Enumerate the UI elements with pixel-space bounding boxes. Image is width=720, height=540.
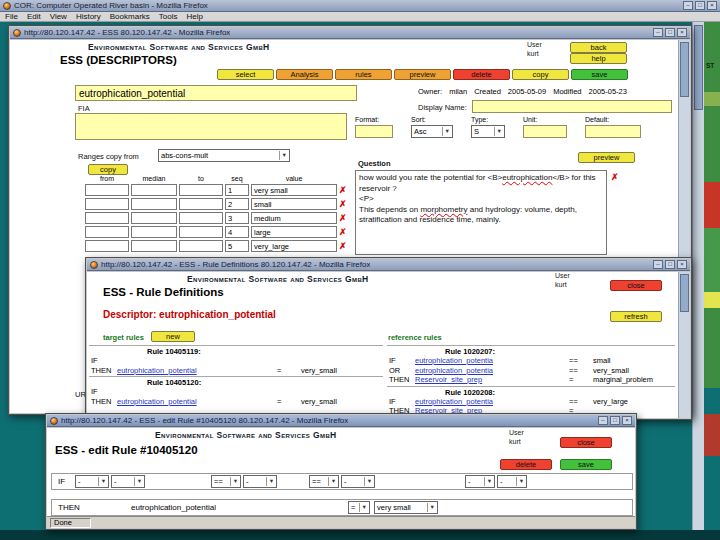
delete-row-icon[interactable]: ✗ bbox=[339, 200, 351, 209]
help-button[interactable]: help bbox=[570, 53, 627, 64]
from-input[interactable] bbox=[85, 212, 129, 224]
maximize-icon[interactable]: □ bbox=[665, 260, 675, 269]
cor-scrollbar[interactable] bbox=[692, 22, 704, 530]
close-icon[interactable]: × bbox=[677, 260, 687, 269]
copy-button[interactable]: copy bbox=[512, 69, 569, 80]
condition-select[interactable]: -▼ bbox=[465, 475, 495, 488]
default-input[interactable] bbox=[585, 125, 641, 138]
rule-definitions-scrollbar-thumb[interactable] bbox=[680, 274, 689, 312]
seq-input[interactable] bbox=[225, 184, 249, 196]
menu-history[interactable]: History bbox=[76, 12, 101, 21]
operator-select[interactable]: ==▼ bbox=[211, 475, 241, 488]
descriptor-name-input[interactable] bbox=[75, 85, 357, 101]
delete-rule-button[interactable]: delete bbox=[500, 459, 552, 470]
sort-select[interactable]: Asc ▼ bbox=[411, 125, 453, 138]
menu-view[interactable]: View bbox=[50, 12, 67, 21]
rule-definitions-titlebar[interactable]: http://80.120.147.42 - ESS - Rule Defini… bbox=[87, 259, 690, 271]
menu-help[interactable]: Help bbox=[186, 12, 202, 21]
maximize-icon[interactable]: □ bbox=[610, 416, 620, 425]
from-input[interactable] bbox=[85, 226, 129, 238]
condition-select[interactable]: -▼ bbox=[243, 475, 277, 488]
menu-edit[interactable]: Edit bbox=[27, 12, 41, 21]
question-preview-button[interactable]: preview bbox=[578, 152, 635, 163]
delete-row-icon[interactable]: ✗ bbox=[339, 242, 351, 251]
median-input[interactable] bbox=[131, 212, 177, 224]
value-input[interactable] bbox=[251, 240, 337, 252]
to-input[interactable] bbox=[179, 226, 223, 238]
rule-link[interactable]: Reservoir_site_prep bbox=[415, 375, 569, 385]
seq-input[interactable] bbox=[225, 212, 249, 224]
seq-input[interactable] bbox=[225, 226, 249, 238]
value-input[interactable] bbox=[251, 212, 337, 224]
seq-input[interactable] bbox=[225, 198, 249, 210]
save-rule-button[interactable]: save bbox=[560, 459, 612, 470]
maximize-icon[interactable]: □ bbox=[665, 28, 675, 37]
delete-question-icon[interactable]: ✗ bbox=[611, 173, 619, 182]
descriptors-scrollbar-thumb[interactable] bbox=[680, 42, 689, 97]
rule-link[interactable]: eutrophication_potentia bbox=[415, 356, 569, 366]
minimize-icon[interactable]: – bbox=[653, 28, 663, 37]
cor-scrollbar-thumb[interactable] bbox=[694, 25, 703, 110]
fia-textarea[interactable] bbox=[75, 113, 347, 140]
rule-link[interactable]: eutrophication_potential bbox=[117, 366, 277, 376]
minimize-icon[interactable]: – bbox=[653, 260, 663, 269]
value-input[interactable] bbox=[251, 226, 337, 238]
edit-rule-titlebar[interactable]: http://80.120.147.42 - ESS - edit Rule #… bbox=[47, 415, 635, 427]
refresh-button[interactable]: refresh bbox=[610, 311, 662, 322]
menu-file[interactable]: File bbox=[5, 12, 18, 21]
ranges-select[interactable]: abs-cons-mult ▼ bbox=[158, 149, 290, 162]
to-input[interactable] bbox=[179, 212, 223, 224]
rule-link[interactable]: eutrophication_potentia bbox=[415, 366, 569, 376]
to-input[interactable] bbox=[179, 198, 223, 210]
minimize-icon[interactable]: – bbox=[683, 1, 693, 10]
back-button[interactable]: back bbox=[570, 42, 627, 53]
rule-link[interactable]: eutrophication_potentia bbox=[415, 397, 569, 407]
seq-input[interactable] bbox=[225, 240, 249, 252]
format-input[interactable] bbox=[355, 125, 393, 138]
close-button[interactable]: close bbox=[560, 437, 612, 448]
condition-select[interactable]: -▼ bbox=[111, 475, 145, 488]
median-input[interactable] bbox=[131, 240, 177, 252]
question-textarea[interactable]: how would you rate the potential for <B>… bbox=[355, 170, 607, 255]
median-input[interactable] bbox=[131, 184, 177, 196]
delete-button[interactable]: delete bbox=[453, 69, 510, 80]
to-input[interactable] bbox=[179, 184, 223, 196]
close-icon[interactable]: × bbox=[677, 28, 687, 37]
delete-row-icon[interactable]: ✗ bbox=[339, 214, 351, 223]
rule-link[interactable]: eutrophication_potential bbox=[117, 397, 277, 407]
descriptors-window-titlebar[interactable]: http://80.120.147.42 - ESS 80.120.147.42… bbox=[10, 27, 690, 39]
from-input[interactable] bbox=[85, 184, 129, 196]
rules-button[interactable]: rules bbox=[335, 69, 392, 80]
then-operator-select[interactable]: =▼ bbox=[348, 501, 370, 514]
operator-select[interactable]: ==▼ bbox=[309, 475, 339, 488]
unit-input[interactable] bbox=[523, 125, 567, 138]
delete-row-icon[interactable]: ✗ bbox=[339, 186, 351, 195]
type-select[interactable]: S ▼ bbox=[471, 125, 505, 138]
delete-row-icon[interactable]: ✗ bbox=[339, 228, 351, 237]
analysis-button[interactable]: Analysis bbox=[276, 69, 333, 80]
menu-tools[interactable]: Tools bbox=[159, 12, 178, 21]
close-icon[interactable]: × bbox=[622, 416, 632, 425]
cor-window-titlebar[interactable]: COR: Computer Operated River basin - Moz… bbox=[0, 0, 720, 12]
to-input[interactable] bbox=[179, 240, 223, 252]
then-value-select[interactable]: very small▼ bbox=[374, 501, 438, 514]
select-button[interactable]: select bbox=[217, 69, 274, 80]
menu-bookmarks[interactable]: Bookmarks bbox=[110, 12, 150, 21]
maximize-icon[interactable]: □ bbox=[695, 1, 705, 10]
rule-definitions-scrollbar[interactable] bbox=[678, 272, 690, 418]
preview-button[interactable]: preview bbox=[394, 69, 451, 80]
save-button[interactable]: save bbox=[571, 69, 628, 80]
condition-select[interactable]: -▼ bbox=[341, 475, 375, 488]
from-input[interactable] bbox=[85, 198, 129, 210]
minimize-icon[interactable]: – bbox=[598, 416, 608, 425]
display-name-input[interactable] bbox=[472, 100, 672, 113]
from-input[interactable] bbox=[85, 240, 129, 252]
close-icon[interactable]: × bbox=[707, 1, 717, 10]
condition-select[interactable]: -▼ bbox=[497, 475, 527, 488]
value-input[interactable] bbox=[251, 198, 337, 210]
condition-select[interactable]: -▼ bbox=[75, 475, 109, 488]
close-button[interactable]: close bbox=[610, 280, 662, 291]
new-rule-button[interactable]: new bbox=[151, 331, 195, 342]
median-input[interactable] bbox=[131, 198, 177, 210]
median-input[interactable] bbox=[131, 226, 177, 238]
